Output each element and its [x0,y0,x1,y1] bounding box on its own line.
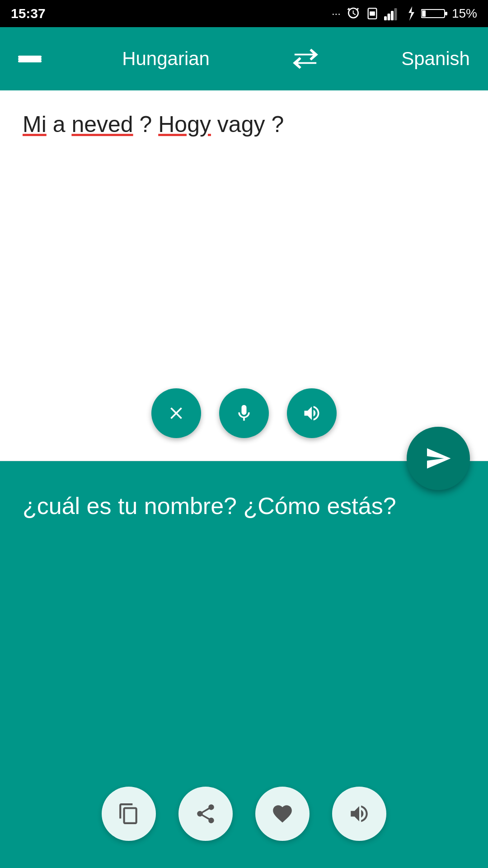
svg-rect-9 [422,10,426,17]
source-language[interactable]: Hungarian [122,48,210,70]
input-actions [151,388,337,438]
target-language[interactable]: Spanish [401,48,470,70]
battery-icon [421,7,448,20]
word-a: a [53,112,72,137]
translation-speaker-button[interactable] [332,787,386,841]
microphone-button[interactable] [219,388,269,438]
svg-rect-3 [387,14,390,20]
share-button[interactable] [178,787,233,841]
word-vagy: vagy [217,112,265,137]
source-text[interactable]: Mi a neved ? Hogy vagy ? [23,108,465,140]
charging-icon [406,6,416,21]
alarm-icon [346,6,361,21]
punct-1: ? [140,112,159,137]
translated-text: ¿cuál es tu nombre? ¿Cómo estás? [23,488,465,524]
svg-rect-1 [370,11,375,15]
copy-button[interactable] [102,787,156,841]
favorite-button[interactable] [255,787,310,841]
svg-rect-2 [384,16,387,20]
menu-button[interactable] [18,56,42,62]
clear-button[interactable] [151,388,201,438]
punct-2: ? [271,112,284,137]
swap-languages-button[interactable] [290,47,321,71]
translation-section: ¿cuál es tu nombre? ¿Cómo estás? [0,461,488,868]
word-neved: neved [71,112,133,137]
sim-icon [366,6,379,21]
status-time: 15:37 [11,6,46,21]
svg-rect-4 [391,11,394,20]
svg-rect-5 [394,8,397,20]
source-speaker-button[interactable] [287,388,337,438]
word-mi: Mi [23,112,47,137]
translate-button[interactable] [407,427,470,490]
input-section: Mi a neved ? Hogy vagy ? [0,90,488,461]
battery-percent: 15% [452,6,477,21]
translation-actions [102,787,386,841]
svg-marker-6 [408,6,414,21]
top-bar: Hungarian Spanish [0,27,488,90]
dots-icon: ··· [332,7,341,20]
svg-rect-8 [445,12,447,15]
status-icons: ··· 15% [332,6,477,21]
word-hogy: Hogy [158,112,211,137]
status-bar: 15:37 ··· 15% [0,0,488,27]
signal-icon [384,6,400,21]
